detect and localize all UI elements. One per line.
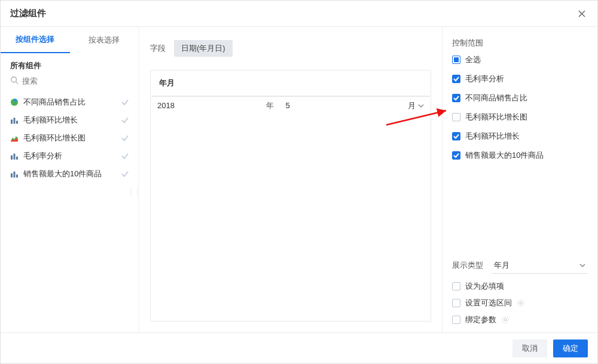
gear-icon[interactable] xyxy=(517,299,525,307)
chevron-down-icon xyxy=(579,262,585,268)
chevron-down-icon[interactable] xyxy=(418,103,424,109)
month-value[interactable]: 5 xyxy=(280,96,389,114)
options-list: 设为必填项 设置可选区间 绑定参数 xyxy=(452,281,588,325)
all-components-header: 所有组件 xyxy=(1,53,139,76)
scope-checkbox[interactable]: 毛利额环比增长图 xyxy=(452,112,588,123)
field-row: 字段 日期(年月日) xyxy=(150,38,431,59)
scope-list: 全选 毛利率分析 不同商品销售占比 毛利额环比增长图 毛利额环比增长 xyxy=(452,54,588,161)
right-panel: 控制范围 全选 毛利率分析 不同商品销售占比 毛利额环比增长图 xyxy=(442,27,597,332)
scope-checkbox[interactable]: 销售额最大的10件商品 xyxy=(452,150,588,161)
checkbox-label: 全选 xyxy=(465,54,481,65)
filter-dialog: 过滤组件 按组件选择 按表选择 所有组件 不同商品销售占比 xyxy=(0,0,598,364)
check-icon xyxy=(121,152,129,160)
svg-rect-3 xyxy=(14,118,16,124)
svg-rect-10 xyxy=(16,175,18,178)
checkbox-label: 绑定参数 xyxy=(465,314,496,325)
checkbox-unchecked-icon xyxy=(452,282,460,290)
list-item-label: 毛利率分析 xyxy=(23,151,121,161)
resize-handle[interactable]: ⋮⋮⋮⋮ xyxy=(128,188,141,195)
checkbox-label: 毛利额环比增长图 xyxy=(465,112,527,123)
center-panel: 字段 日期(年月日) 年月 2018 年 5 月 xyxy=(139,27,442,332)
svg-point-12 xyxy=(520,302,522,304)
svg-point-13 xyxy=(504,319,507,321)
search-icon xyxy=(10,76,22,86)
display-type-select[interactable]: 年月 xyxy=(492,257,588,274)
checkbox-checked-icon xyxy=(452,94,460,102)
dialog-body: 按组件选择 按表选择 所有组件 不同商品销售占比 毛利额环比增长 xyxy=(1,27,597,332)
dialog-header: 过滤组件 xyxy=(1,1,597,27)
checkbox-label: 设置可选区间 xyxy=(465,298,512,308)
list-item-label: 毛利额环比增长图 xyxy=(23,133,121,143)
card-title: 年月 xyxy=(151,71,431,96)
list-item[interactable]: 毛利额环比增长图 xyxy=(1,129,139,147)
area-icon xyxy=(10,134,19,142)
month-unit-cell: 月 xyxy=(388,96,430,114)
list-item[interactable]: 销售额最大的10件商品 xyxy=(1,165,139,183)
svg-rect-8 xyxy=(11,173,13,178)
list-item-label: 毛利额环比增长 xyxy=(23,115,121,126)
gear-icon[interactable] xyxy=(501,316,509,324)
dialog-footer: 取消 确定 xyxy=(1,332,597,363)
bar-icon xyxy=(10,152,19,160)
tab-by-table[interactable]: 按表选择 xyxy=(70,27,139,53)
list-item[interactable]: 毛利额环比增长 xyxy=(1,111,139,129)
scope-checkbox[interactable]: 毛利率分析 xyxy=(452,74,588,84)
checkbox-label: 毛利额环比增长 xyxy=(465,131,520,142)
list-item[interactable]: 毛利率分析 xyxy=(1,147,139,165)
checkbox-checked-icon xyxy=(452,75,460,83)
check-icon xyxy=(121,98,129,106)
svg-rect-9 xyxy=(14,172,16,178)
check-icon xyxy=(121,170,129,178)
check-icon xyxy=(121,134,129,142)
left-panel: 按组件选择 按表选择 所有组件 不同商品销售占比 毛利额环比增长 xyxy=(1,27,139,332)
field-chip[interactable]: 日期(年月日) xyxy=(174,40,233,57)
dialog-title: 过滤组件 xyxy=(10,8,46,19)
tab-by-component[interactable]: 按组件选择 xyxy=(1,27,70,53)
required-checkbox[interactable]: 设为必填项 xyxy=(452,281,588,292)
checkbox-label: 不同商品销售占比 xyxy=(465,93,527,103)
field-label: 字段 xyxy=(150,43,166,54)
checkbox-checked-icon xyxy=(452,151,460,160)
svg-rect-4 xyxy=(16,121,18,124)
scope-checkbox[interactable]: 不同商品销售占比 xyxy=(452,93,588,103)
cancel-button[interactable]: 取消 xyxy=(512,339,547,357)
year-value[interactable]: 2018 xyxy=(151,96,260,114)
search-row xyxy=(1,76,139,91)
bar-icon xyxy=(10,116,19,124)
list-item[interactable]: 不同商品销售占比 xyxy=(1,93,139,111)
bar-icon xyxy=(10,170,19,178)
svg-rect-2 xyxy=(11,120,13,124)
checkbox-checked-icon xyxy=(452,132,460,140)
display-type-value: 年月 xyxy=(494,260,509,271)
select-all-checkbox[interactable]: 全选 xyxy=(452,54,588,65)
svg-rect-6 xyxy=(14,154,16,160)
checkbox-unchecked-icon xyxy=(452,299,460,307)
year-unit: 年 xyxy=(260,96,280,114)
checkbox-label: 毛利率分析 xyxy=(465,74,504,84)
checkbox-label: 设为必填项 xyxy=(465,281,504,292)
svg-rect-5 xyxy=(11,155,13,160)
bind-checkbox[interactable]: 绑定参数 xyxy=(452,314,588,325)
close-icon[interactable] xyxy=(576,8,588,20)
display-type-row: 展示类型 年月 xyxy=(452,249,588,274)
display-type-label: 展示类型 xyxy=(452,260,483,271)
month-unit: 月 xyxy=(408,100,416,111)
checkbox-unchecked-icon xyxy=(452,113,460,121)
checkbox-label: 销售额最大的10件商品 xyxy=(465,150,544,161)
pie-icon xyxy=(10,98,19,106)
selection-tabs: 按组件选择 按表选择 xyxy=(1,27,139,53)
range-checkbox[interactable]: 设置可选区间 xyxy=(452,298,588,308)
checkbox-indeterminate-icon xyxy=(452,56,460,64)
component-list: 不同商品销售占比 毛利额环比增长 毛利额环比增长图 毛利率分析 xyxy=(1,91,139,185)
scope-checkbox[interactable]: 毛利额环比增长 xyxy=(452,131,588,142)
svg-point-0 xyxy=(11,77,17,82)
preview-card: 年月 2018 年 5 月 xyxy=(150,70,431,322)
confirm-button[interactable]: 确定 xyxy=(553,339,588,357)
checkbox-unchecked-icon xyxy=(452,316,460,324)
search-input[interactable] xyxy=(22,77,129,85)
date-selector[interactable]: 2018 年 5 月 xyxy=(151,96,430,114)
list-item-label: 不同商品销售占比 xyxy=(23,97,121,108)
scope-title: 控制范围 xyxy=(452,38,588,48)
list-item-label: 销售额最大的10件商品 xyxy=(23,169,121,179)
svg-rect-7 xyxy=(16,157,18,160)
